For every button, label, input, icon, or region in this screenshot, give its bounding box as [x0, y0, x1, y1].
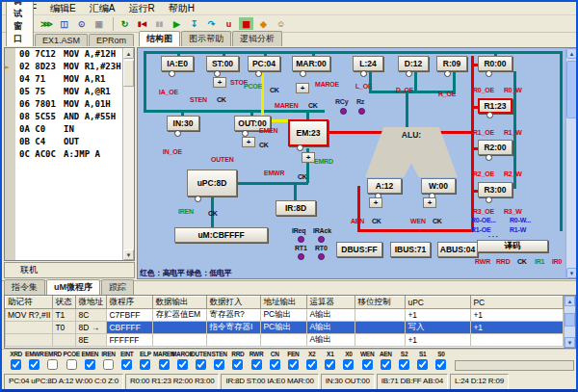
code-line[interactable]: 04 71MOV A,R1	[5, 73, 134, 86]
diagram-node[interactable]: CK	[217, 96, 226, 103]
signal-checkbox[interactable]	[251, 359, 262, 370]
column-header[interactable]: 数据打入	[207, 297, 261, 309]
diagram-node[interactable]: uM:CBFFFF	[174, 227, 268, 243]
signal-checkbox[interactable]	[11, 359, 21, 370]
diagram-node[interactable]: +	[423, 197, 436, 208]
signal-checkbox[interactable]	[306, 359, 317, 370]
diagram-node[interactable]: CK	[298, 173, 307, 180]
diagram-node[interactable]: AEN	[351, 218, 364, 224]
code-line[interactable]: 08 5C55AND A,#55H	[5, 111, 134, 123]
diagram-node[interactable]: +	[369, 197, 382, 208]
diagram-node[interactable]: R:09	[436, 56, 467, 71]
diagram-node[interactable]: CK	[259, 142, 269, 148]
diagram-node[interactable]: R0:00	[478, 56, 512, 71]
signal-checkbox[interactable]	[232, 359, 243, 370]
tab-logic-analysis[interactable]: 逻辑分析	[232, 31, 282, 46]
diagram-node[interactable]: IBUS:71	[390, 242, 431, 257]
code-line[interactable]: 00 7C12MOV A,#12H	[5, 48, 134, 61]
diagram-node[interactable]: R1-OE	[471, 226, 490, 233]
diagram-node[interactable]: OUTEN	[211, 156, 234, 163]
diagram-node[interactable]: L_OE	[355, 83, 372, 90]
signal-checkbox[interactable]	[177, 359, 188, 370]
diagram-node[interactable]: IA:E0	[161, 56, 194, 71]
diagram-node[interactable]: IR0	[552, 258, 562, 265]
diagram-node[interactable]: R1_OE	[473, 129, 494, 136]
tab-microprogram[interactable]: uM微程序	[46, 279, 100, 295]
tab-instruction-set[interactable]: 指令集	[4, 279, 45, 295]
signal-checkbox[interactable]	[47, 359, 58, 370]
diagram-node[interactable]: PC:04	[248, 56, 280, 71]
diagram-node[interactable]: RWR	[475, 258, 490, 265]
disassemble-icon[interactable]: ◫	[56, 16, 72, 31]
diagram-node[interactable]: EMWR	[264, 170, 284, 176]
signal-checkbox[interactable]	[214, 359, 224, 370]
signal-checkbox[interactable]	[29, 359, 39, 370]
diagram-node[interactable]: IN_OE	[163, 148, 182, 155]
scroll-thumb[interactable]	[566, 61, 577, 118]
signal-checkbox[interactable]	[85, 359, 95, 370]
signal-checkbox[interactable]	[140, 359, 150, 370]
signal-checkbox[interactable]	[159, 359, 170, 370]
diagram-node[interactable]: CK	[433, 218, 442, 224]
code-scrollbar[interactable]: ▲ ▼	[122, 48, 134, 260]
diagram-node[interactable]: R1_W	[504, 129, 522, 136]
diagram-node[interactable]: R0-W...	[510, 217, 531, 223]
signal-checkbox[interactable]	[103, 359, 114, 370]
signal-checkbox[interactable]	[399, 359, 409, 370]
step-into-icon[interactable]: ↧	[186, 16, 202, 31]
column-header[interactable]: PC	[471, 297, 564, 309]
diagram-node[interactable]: +	[213, 77, 226, 88]
step-over-icon[interactable]: ↷	[203, 16, 220, 31]
diagram-node[interactable]: W:00	[421, 178, 456, 194]
diagram-node[interactable]: DBUS:FF	[336, 242, 382, 257]
table-scrollbar[interactable]: ▲ ▼	[564, 296, 575, 348]
signal-checkbox[interactable]	[121, 359, 132, 370]
diagram-node[interactable]: R3_W	[504, 208, 522, 215]
diagram-node[interactable]: ST:00	[206, 56, 239, 71]
signal-checkbox[interactable]	[196, 359, 206, 370]
code-line[interactable]: 0B C4OUT	[5, 136, 134, 148]
code-line[interactable]: 05 75MOV A,@R1	[5, 86, 134, 98]
diagram-node[interactable]: MAROE	[315, 81, 339, 88]
diagram-node[interactable]: IR:8D	[276, 200, 316, 216]
column-header[interactable]: 地址输出	[261, 297, 307, 309]
signal-checkbox[interactable]	[343, 359, 354, 370]
scroll-up-icon[interactable]: ▲	[566, 48, 577, 59]
column-header[interactable]: 数据输出	[153, 297, 207, 309]
scroll-thumb[interactable]	[123, 60, 134, 87]
diagram-node[interactable]: IRAck	[313, 227, 331, 234]
column-header[interactable]: 状态	[53, 297, 76, 309]
column-header[interactable]: 助记符	[6, 297, 53, 309]
reset-icon[interactable]: ▮◀	[134, 16, 150, 31]
menu-item[interactable]: 运行R	[122, 2, 160, 15]
diagram-node[interactable]: +	[296, 83, 309, 93]
diagram-node[interactable]: R2_W	[504, 170, 522, 177]
table-row[interactable]: T08D → CBFFFF指令寄存器I PC输出A输出 写入+1	[6, 322, 564, 334]
diagram-node[interactable]: STEN	[190, 96, 207, 103]
diagram-scrollbar[interactable]: ▲ ▼	[565, 48, 577, 278]
diagram-node[interactable]: R2:00	[478, 140, 512, 155]
scroll-down-icon[interactable]: ▼	[566, 268, 577, 278]
diagram-node[interactable]: CK	[308, 102, 318, 109]
signal-checkbox[interactable]	[288, 359, 299, 370]
diagram-node[interactable]: A:12	[367, 178, 402, 194]
table-row[interactable]: 8E FFFFFF A输出 +1	[6, 334, 564, 347]
diagram-node[interactable]: EMEN	[259, 127, 277, 134]
diagram-node[interactable]: RT1	[295, 245, 307, 251]
scroll-down-icon[interactable]: ▼	[565, 337, 575, 348]
waveform-icon[interactable]: ◆	[255, 16, 272, 31]
search-icon[interactable]: ⊙	[73, 16, 90, 31]
signal-checkbox[interactable]	[381, 359, 391, 370]
diagram-node[interactable]: MAR:00	[292, 56, 330, 71]
diagram-node[interactable]: CK	[270, 87, 279, 93]
run-icon[interactable]: ▶	[169, 16, 185, 31]
diagram-node[interactable]: MAREN	[275, 102, 299, 109]
diagram-node[interactable]: D_OE	[396, 87, 413, 93]
alu-block[interactable]: ALU:	[365, 127, 458, 177]
column-header[interactable]: 移位控制	[355, 297, 406, 309]
pause-icon[interactable]: ▮▮	[151, 16, 168, 31]
tab-trace[interactable]: 跟踪	[101, 279, 134, 295]
diagram-node[interactable]: R3_OE	[473, 208, 494, 215]
menu-item[interactable]: 帮助H	[163, 2, 200, 15]
diagram-node[interactable]: D:12	[398, 56, 429, 71]
